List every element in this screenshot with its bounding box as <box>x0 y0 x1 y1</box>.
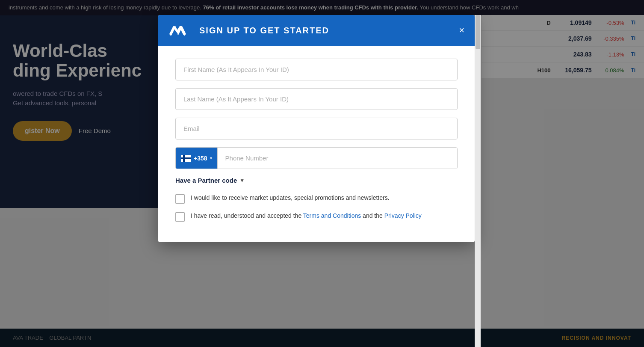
partner-code-label: Have a Partner code <box>175 177 237 184</box>
terms-checkbox-row: I have read, understood and accepted the… <box>175 211 458 222</box>
terms-label-prefix: I have read, understood and accepted the <box>191 212 303 219</box>
phone-number-input[interactable] <box>218 148 457 169</box>
modal-header: SIGN UP TO GET STARTED × <box>158 15 475 46</box>
ava-logo-icon <box>168 23 192 38</box>
terms-link[interactable]: Terms and Conditions <box>303 212 361 219</box>
phone-prefix-selector[interactable]: +358 ▾ <box>176 148 218 169</box>
partner-code-toggle[interactable]: Have a Partner code ▼ <box>175 177 458 184</box>
first-name-field <box>175 59 458 80</box>
last-name-input[interactable] <box>175 88 458 110</box>
email-input[interactable] <box>175 118 458 139</box>
first-name-input[interactable] <box>175 59 458 80</box>
ava-logo <box>168 23 192 38</box>
phone-country-code: +358 <box>194 155 207 162</box>
terms-checkbox-label: I have read, understood and accepted the… <box>191 211 422 220</box>
modal-body: +358 ▾ Have a Partner code ▼ I would lik… <box>158 46 475 242</box>
email-field <box>175 118 458 139</box>
terms-label-connector: and the <box>361 212 384 219</box>
modal-header-left: SIGN UP TO GET STARTED <box>168 23 329 38</box>
phone-dropdown-arrow-icon: ▾ <box>210 156 212 160</box>
modal-scrollbar[interactable] <box>475 15 481 347</box>
partner-code-arrow-icon: ▼ <box>239 178 245 184</box>
newsletter-checkbox-label: I would like to receive market updates, … <box>191 193 390 202</box>
newsletter-checkbox[interactable] <box>175 194 185 204</box>
terms-checkbox[interactable] <box>175 212 185 222</box>
newsletter-label-text: I would like to receive market updates, … <box>191 194 390 201</box>
modal-close-button[interactable]: × <box>459 26 464 35</box>
privacy-policy-link[interactable]: Privacy Policy <box>384 212 422 219</box>
scrollbar-thumb[interactable] <box>476 15 480 49</box>
signup-modal: SIGN UP TO GET STARTED × +358 ▾ H <box>158 15 475 242</box>
phone-field: +358 ▾ <box>175 147 458 169</box>
last-name-field <box>175 88 458 110</box>
newsletter-checkbox-row: I would like to receive market updates, … <box>175 193 458 204</box>
modal-title: SIGN UP TO GET STARTED <box>199 26 329 36</box>
finland-flag-icon <box>181 155 191 162</box>
